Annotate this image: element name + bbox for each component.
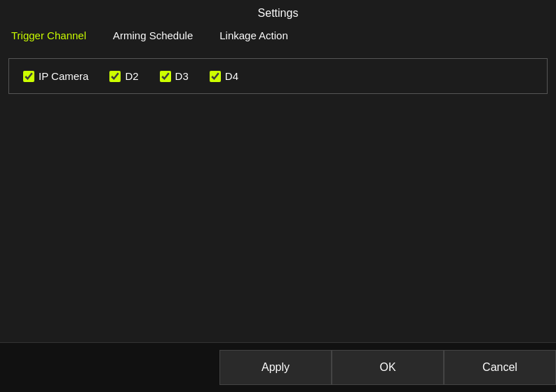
tab-trigger-channel[interactable]: Trigger Channel (8, 25, 89, 46)
tab-arming-schedule[interactable]: Arming Schedule (110, 25, 196, 46)
checkbox-d4-input[interactable] (210, 71, 221, 82)
checkbox-d4-label: D4 (225, 70, 238, 82)
checkbox-d3-label: D3 (175, 70, 189, 82)
ok-button[interactable]: OK (332, 350, 444, 385)
checkbox-ip-camera-input[interactable] (23, 71, 34, 82)
checkbox-ip-camera[interactable]: IP Camera (23, 70, 88, 82)
checkbox-ip-camera-label: IP Camera (39, 70, 88, 82)
checkbox-d4[interactable]: D4 (210, 70, 238, 82)
footer-bar: Apply OK Cancel (0, 342, 556, 392)
tab-linkage-action[interactable]: Linkage Action (217, 25, 291, 46)
checkbox-d2-input[interactable] (109, 71, 121, 82)
apply-button[interactable]: Apply (219, 350, 332, 385)
content-area: IP Camera D2 D3 D4 (0, 53, 556, 342)
checkbox-d2[interactable]: D2 (109, 70, 138, 82)
tab-bar: Trigger Channel Arming Schedule Linkage … (0, 25, 556, 46)
checkbox-d3[interactable]: D3 (160, 70, 189, 82)
channel-selection-box: IP Camera D2 D3 D4 (8, 58, 548, 94)
checkbox-d2-label: D2 (125, 70, 138, 82)
settings-window: Settings Trigger Channel Arming Schedule… (0, 0, 556, 392)
checkbox-d3-input[interactable] (160, 71, 171, 82)
window-title: Settings (0, 0, 556, 25)
cancel-button[interactable]: Cancel (444, 350, 556, 385)
